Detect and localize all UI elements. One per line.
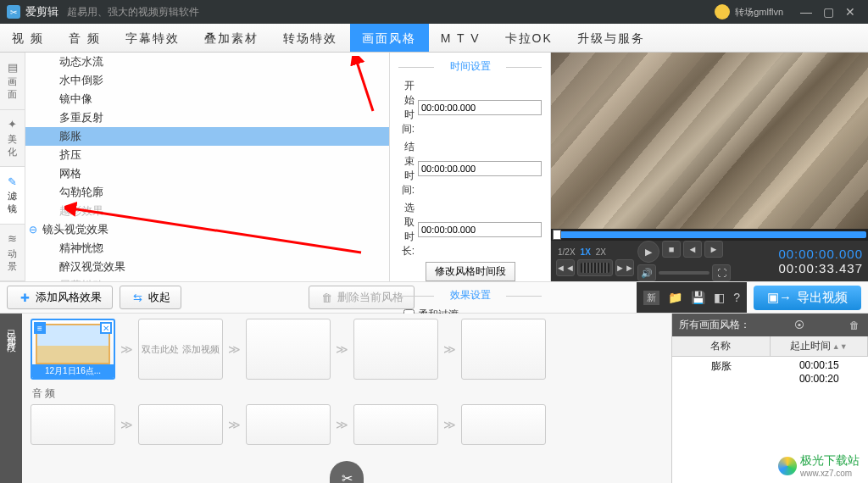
effect-item[interactable]: 越彩效果 bbox=[25, 202, 389, 220]
effect-item[interactable]: 醉汉视觉效果 bbox=[25, 258, 389, 276]
user-avatar-icon[interactable] bbox=[715, 4, 730, 19]
app-tagline: 超易用、强大的视频剪辑软件 bbox=[67, 5, 199, 19]
timeline-body: ≡✕12月1日16点...≫双击此处 添加视频≫≫≫ 音 频 ≫≫≫≫ ✂ bbox=[22, 314, 671, 483]
speed-option[interactable]: 2X bbox=[594, 247, 608, 258]
clip-close-icon[interactable]: ✕ bbox=[100, 322, 112, 334]
clip-thumbnail[interactable]: ≡✕12月1日16点... bbox=[31, 319, 115, 380]
end-time-input[interactable] bbox=[418, 161, 542, 176]
open-icon[interactable]: 📁 bbox=[668, 291, 682, 304]
speed-selector: 1/2X1X2X bbox=[556, 247, 634, 258]
arrow-icon: ≫ bbox=[443, 342, 456, 356]
effect-item[interactable]: 屏幕抖动 bbox=[25, 276, 389, 281]
sidetab-0[interactable]: ▤画面 bbox=[0, 53, 25, 110]
effect-item[interactable]: 膨胀 bbox=[25, 127, 389, 146]
export-button[interactable]: ▣→导出视频 bbox=[754, 286, 861, 310]
row-times: 00:00:1500:00:20 bbox=[771, 359, 869, 386]
right-tools: 新 📁 💾 ◧ ? bbox=[637, 282, 747, 313]
new-button[interactable]: 新 bbox=[643, 291, 659, 305]
fullscreen-button[interactable]: ⛶ bbox=[712, 264, 731, 281]
volume-slider[interactable] bbox=[659, 271, 709, 275]
seek-bar[interactable] bbox=[551, 229, 868, 241]
timeline-area: 已添加片段 ≡✕12月1日16点...≫双击此处 添加视频≫≫≫ 音 频 ≫≫≫… bbox=[0, 314, 868, 483]
col-name[interactable]: 名称 bbox=[672, 336, 771, 356]
sidetab-2[interactable]: ✎滤镜 bbox=[0, 167, 25, 225]
tab-0[interactable]: 视 频 bbox=[0, 24, 57, 52]
clip-placeholder[interactable] bbox=[461, 404, 546, 445]
titlebar: ✂ 爱剪辑 超易用、强大的视频剪辑软件 转场gmlflvn — ▢ ✕ bbox=[0, 0, 868, 24]
sidetab-icon: ✦ bbox=[6, 118, 19, 131]
tab-6[interactable]: M T V bbox=[429, 24, 493, 52]
clip-placeholder[interactable] bbox=[353, 319, 438, 380]
tab-2[interactable]: 字幕特效 bbox=[114, 24, 192, 52]
arrow-icon: ≫ bbox=[336, 342, 348, 356]
clip-placeholder[interactable] bbox=[461, 319, 546, 380]
effect-item[interactable]: 网格 bbox=[25, 164, 389, 183]
clip-caption: 12月1日16点... bbox=[32, 364, 114, 378]
fx-section-title: 效果设置 bbox=[398, 288, 542, 303]
sidetab-icon: ≋ bbox=[6, 232, 19, 246]
prev-frame-button[interactable]: ◄◄ bbox=[556, 259, 575, 276]
clip-placeholder[interactable] bbox=[246, 404, 331, 445]
arrow-icon: ≫ bbox=[336, 418, 348, 431]
effect-list: 动态水流水中倒影镜中像多重反射膨胀挤压网格勾勒轮廓越彩效果镜头视觉效果精神恍惚醉… bbox=[25, 53, 390, 281]
duration-label: 选取时长: bbox=[398, 201, 415, 258]
help-icon[interactable]: ? bbox=[733, 291, 740, 304]
audio-row-label: 音 频 bbox=[32, 386, 663, 401]
volume-icon[interactable]: 🔊 bbox=[637, 264, 656, 281]
effect-category[interactable]: 镜头视觉效果 bbox=[25, 220, 389, 239]
stop-button[interactable]: ■ bbox=[662, 241, 681, 258]
add-style-button[interactable]: ✚添加风格效果 bbox=[7, 286, 113, 309]
save-icon[interactable]: 💾 bbox=[691, 291, 705, 304]
panel-title: 所有画面风格： bbox=[679, 318, 750, 332]
tab-4[interactable]: 转场特效 bbox=[271, 24, 350, 52]
arrow-icon: ≫ bbox=[443, 418, 456, 431]
panel-row[interactable]: 膨胀 00:00:1500:00:20 bbox=[672, 357, 868, 388]
watermark-logo-icon bbox=[778, 457, 797, 475]
collapse-button[interactable]: ⇆收起 bbox=[120, 286, 181, 309]
next-frame-button[interactable]: ►► bbox=[615, 259, 634, 276]
speed-option[interactable]: 1X bbox=[579, 247, 593, 258]
arrow-icon: ≫ bbox=[228, 342, 241, 356]
sidetab-1[interactable]: ✦美化 bbox=[0, 110, 25, 168]
tab-8[interactable]: 升级与服务 bbox=[565, 24, 658, 52]
play-button[interactable]: ▶ bbox=[637, 241, 659, 263]
tab-7[interactable]: 卡拉OK bbox=[493, 24, 565, 52]
tab-5[interactable]: 画面风格 bbox=[350, 24, 429, 52]
clip-placeholder[interactable] bbox=[31, 404, 115, 445]
effect-item[interactable]: 多重反射 bbox=[25, 108, 389, 127]
modify-time-button[interactable]: 修改风格时间段 bbox=[426, 262, 515, 281]
effect-item[interactable]: 精神恍惚 bbox=[25, 239, 389, 258]
effect-item[interactable]: 挤压 bbox=[25, 146, 389, 164]
video-preview[interactable] bbox=[551, 53, 868, 229]
collapse-icon: ⇆ bbox=[131, 291, 144, 304]
effect-item[interactable]: 勾勒轮廓 bbox=[25, 183, 389, 202]
delete-icon[interactable]: 🗑 bbox=[849, 319, 860, 331]
close-button[interactable]: ✕ bbox=[839, 5, 861, 19]
app-name: 爱剪辑 bbox=[25, 4, 58, 19]
start-time-input[interactable] bbox=[418, 100, 542, 115]
scrub-wheel[interactable] bbox=[577, 259, 613, 276]
timecodes: 00:00:00.000 00:00:33.437 bbox=[778, 247, 863, 275]
tab-1[interactable]: 音 频 bbox=[57, 24, 114, 52]
speed-option[interactable]: 1/2X bbox=[556, 247, 577, 258]
step-back-button[interactable]: ◄ bbox=[683, 241, 702, 258]
sidetab-3[interactable]: ≋动景 bbox=[0, 225, 25, 282]
step-fwd-button[interactable]: ► bbox=[704, 241, 723, 258]
col-time[interactable]: 起止时间▲▼ bbox=[771, 336, 869, 356]
maximize-button[interactable]: ▢ bbox=[817, 5, 839, 19]
timeline-label: 已添加片段 bbox=[0, 314, 22, 483]
clip-placeholder[interactable] bbox=[246, 319, 331, 380]
clip-placeholder[interactable]: 双击此处 添加视频 bbox=[138, 319, 223, 380]
clip-placeholder[interactable] bbox=[138, 404, 223, 445]
clip-placeholder[interactable] bbox=[353, 404, 438, 445]
effect-item[interactable]: 镜中像 bbox=[25, 90, 389, 108]
arrow-icon: ≫ bbox=[120, 342, 133, 356]
effect-item[interactable]: 水中倒影 bbox=[25, 71, 389, 90]
minimize-button[interactable]: — bbox=[795, 5, 817, 19]
tab-3[interactable]: 叠加素材 bbox=[192, 24, 271, 52]
settings-icon[interactable]: ◧ bbox=[714, 291, 725, 304]
scissors-button[interactable]: ✂ bbox=[330, 461, 364, 483]
duration-input[interactable] bbox=[418, 222, 542, 237]
locate-icon[interactable]: ⦿ bbox=[794, 319, 804, 331]
effect-item[interactable]: 动态水流 bbox=[25, 53, 389, 71]
